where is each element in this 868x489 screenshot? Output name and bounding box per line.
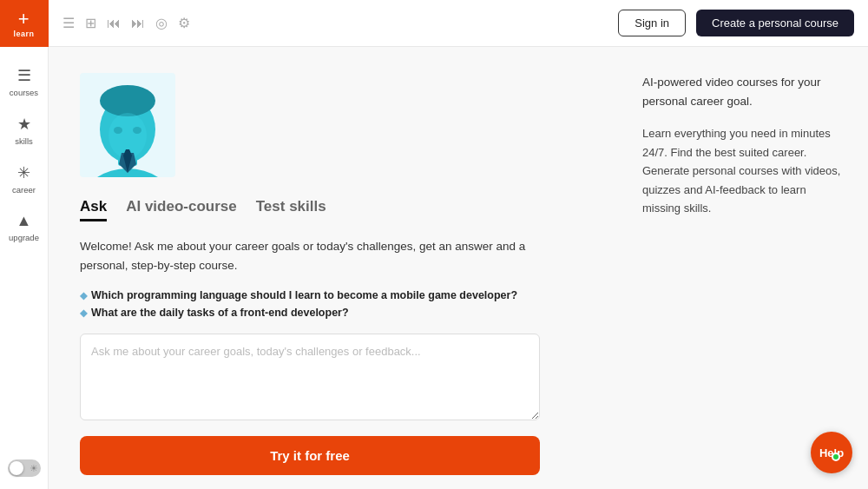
skills-icon: ★ <box>17 115 31 134</box>
suggestion-text-2: What are the daily tasks of a front-end … <box>91 307 349 319</box>
courses-icon: ☰ <box>17 66 31 85</box>
right-headline: AI-powered video courses for your person… <box>642 73 844 110</box>
description-text: Welcome! Ask me about your career goals … <box>80 237 531 274</box>
skills-label: skills <box>15 136 33 146</box>
logo-plus-icon: + <box>18 10 30 29</box>
topnav: ☰ ⊞ ⏮ ⏭ ◎ ⚙ Sign in Create a personal co… <box>49 0 868 47</box>
upgrade-label: upgrade <box>9 233 39 242</box>
suggestion-item-2[interactable]: ◆ What are the daily tasks of a front-en… <box>80 304 594 321</box>
content-area: Ask AI video-course Test skills Welcome!… <box>49 47 868 489</box>
try-free-button[interactable]: Try it for free <box>80 436 540 475</box>
suggestions: ◆ Which programming language should I le… <box>80 287 594 321</box>
courses-label: courses <box>10 88 38 97</box>
diamond-icon-1: ◆ <box>80 290 87 301</box>
sidebar: + learn ☰ courses ★ skills ✳ career ▲ up… <box>0 0 49 489</box>
avatar-container <box>80 73 594 181</box>
diamond-icon-2: ◆ <box>80 307 87 319</box>
signin-button[interactable]: Sign in <box>618 10 686 36</box>
sidebar-item-courses[interactable]: ☰ courses <box>0 56 48 104</box>
tab-ask[interactable]: Ask <box>80 198 107 221</box>
upgrade-icon: ▲ <box>16 212 32 230</box>
career-icon: ✳ <box>17 163 30 182</box>
svg-point-6 <box>114 127 122 134</box>
help-button[interactable]: Help <box>811 432 852 473</box>
left-panel: Ask AI video-course Test skills Welcome!… <box>49 47 625 489</box>
suggestion-item-1[interactable]: ◆ Which programming language should I le… <box>80 287 594 304</box>
logo[interactable]: + learn <box>0 0 49 47</box>
gear-icon[interactable]: ⚙ <box>178 15 190 31</box>
sidebar-bottom: ☀ <box>8 459 41 489</box>
suggestion-text-1: Which programming language should I lear… <box>91 289 517 301</box>
tab-test-skills[interactable]: Test skills <box>256 198 326 221</box>
theme-toggle[interactable]: ☀ <box>8 459 41 477</box>
sidebar-item-career[interactable]: ✳ career <box>0 153 48 202</box>
right-panel: AI-powered video courses for your person… <box>625 47 868 489</box>
tab-video-course[interactable]: AI video-course <box>126 198 237 221</box>
sidebar-item-skills[interactable]: ★ skills <box>0 104 48 153</box>
circle-icon[interactable]: ◎ <box>155 15 168 31</box>
grid-icon[interactable]: ⊞ <box>85 15 96 31</box>
sidebar-item-upgrade[interactable]: ▲ upgrade <box>0 202 48 249</box>
main-container: ☰ ⊞ ⏮ ⏭ ◎ ⚙ Sign in Create a personal co… <box>49 0 868 489</box>
list-icon[interactable]: ☰ <box>62 15 75 31</box>
toggle-knob <box>10 461 23 475</box>
logo-label: learn <box>13 30 34 38</box>
right-body: Learn everything you need in minutes 24/… <box>642 124 844 217</box>
career-label: career <box>12 185 36 195</box>
next-icon[interactable]: ⏭ <box>131 16 145 31</box>
create-course-button[interactable]: Create a personal course <box>696 10 854 36</box>
sidebar-nav: ☰ courses ★ skills ✳ career ▲ upgrade <box>0 47 48 459</box>
ask-textarea[interactable] <box>80 334 540 420</box>
help-online-dot <box>832 453 840 461</box>
avatar <box>80 73 175 177</box>
tabs: Ask AI video-course Test skills <box>80 198 594 221</box>
prev-icon[interactable]: ⏮ <box>107 16 121 31</box>
svg-point-7 <box>133 127 141 134</box>
svg-point-4 <box>100 85 155 116</box>
sun-icon: ☀ <box>30 463 38 474</box>
